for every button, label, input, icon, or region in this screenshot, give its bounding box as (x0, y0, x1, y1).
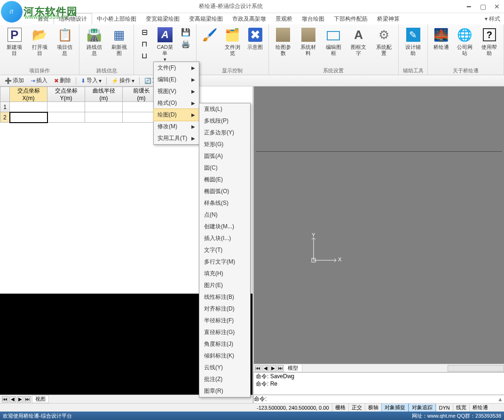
draw-params-button[interactable]: 绘图参数 (271, 25, 296, 67)
submenu-item[interactable]: 创建块(M...) (199, 221, 250, 233)
style-dropdown[interactable]: ▾ 样式 (485, 15, 500, 23)
stat-ortho[interactable]: 正交 (348, 404, 365, 412)
submenu-item[interactable]: 批注(Z) (199, 373, 250, 385)
schematic-button[interactable]: ✖示意图 (244, 25, 267, 67)
submenu-item[interactable]: 矩形(G) (199, 139, 250, 150)
submenu-item[interactable]: 角度标注(J) (199, 338, 250, 350)
edit-frame-button[interactable]: 编辑图框 (321, 25, 346, 67)
submenu-item[interactable]: 图章(R) (199, 385, 250, 397)
submenu-item[interactable]: 文字(T) (199, 244, 250, 256)
scroll-up-icon[interactable]: ▲ (496, 396, 504, 403)
submenu-item[interactable]: 图片(E) (199, 280, 250, 291)
design-aid-button[interactable]: ✎设计辅助 (401, 25, 425, 67)
add-button[interactable]: ➕添加 (2, 76, 27, 86)
submenu-item[interactable]: 线性标注(B) (199, 291, 250, 303)
view-tab[interactable]: 视图 (32, 395, 49, 403)
stat-grid[interactable]: 栅格 (332, 404, 348, 412)
app-home-button[interactable]: 🌉桥绘通 (430, 25, 452, 67)
frame-text-button[interactable]: A图框文字 (346, 25, 371, 67)
project-info-button[interactable]: 📋项目信息 (52, 25, 77, 67)
submenu-item[interactable]: 点(N) (199, 209, 250, 221)
menu-tools[interactable]: 实用工具(T)▶ (154, 132, 199, 144)
print-button[interactable]: 🖨️ (178, 38, 193, 49)
operate-button[interactable]: ⚡操作 ▾ (109, 76, 137, 86)
minimize-button[interactable]: ━ (462, 2, 476, 11)
submenu-item[interactable]: 填充(H) (199, 268, 250, 280)
delete-button[interactable]: ✖删除 (51, 76, 74, 86)
table-row[interactable]: 1 (0, 102, 160, 112)
last-icon[interactable]: ⏭ (24, 396, 31, 403)
submenu-item[interactable]: 圆(C) (199, 162, 250, 174)
insert-button[interactable]: ⇥插入 (28, 76, 50, 86)
model-tab[interactable]: 模型 (284, 365, 302, 372)
new-project-button[interactable]: P新建项目 (2, 25, 27, 67)
submenu-item[interactable]: 倾斜标注(K) (199, 350, 250, 362)
tab-pier[interactable]: 墩台绘图 (297, 14, 329, 24)
stat-otrack[interactable]: 对象追踪 (409, 403, 436, 412)
last-icon[interactable]: ⏭ (277, 365, 284, 372)
menu-draw[interactable]: 绘图(D)▶ (153, 109, 199, 121)
tab-scenic[interactable]: 景观桥 (271, 14, 297, 24)
next-icon[interactable]: ▶ (17, 396, 24, 403)
file-browse-button[interactable]: 🗂️文件浏览 (221, 25, 244, 67)
tab-varheight[interactable]: 变高箱梁绘图 (184, 14, 228, 24)
open-project-button[interactable]: 📂打开项目 (27, 25, 52, 67)
submenu-item[interactable]: 多线段(P) (199, 115, 250, 127)
company-site-button[interactable]: 🌐公司网站 (452, 25, 477, 67)
first-icon[interactable]: ⏮ (2, 396, 8, 403)
first-icon[interactable]: ⏮ (255, 365, 261, 372)
tab-home[interactable]: 首页 (33, 14, 54, 24)
brush-button[interactable]: 🖌️ (198, 25, 221, 67)
maximize-button[interactable]: ▢ (476, 2, 490, 11)
stat-app[interactable]: 桥绘通 (469, 404, 491, 412)
tab-rebar[interactable]: 下部构件配筋 (329, 14, 372, 24)
dim-icon-1[interactable]: ⊟ (137, 26, 152, 38)
sys-material-button[interactable]: 系统材料 (296, 25, 321, 67)
submenu-item[interactable]: 正多边形(Y) (199, 127, 250, 139)
tab-municipal[interactable]: 市政及高架墩 (228, 14, 271, 24)
submenu-item[interactable]: 圆弧(A) (199, 150, 250, 162)
hscrollbar[interactable] (448, 365, 504, 372)
next-icon[interactable]: ▶ (270, 365, 276, 372)
dim-icon-2[interactable]: ⊓ (137, 38, 152, 49)
prev-icon[interactable]: ◀ (262, 365, 269, 372)
submenu-item[interactable]: 直线(L) (199, 103, 250, 115)
tab-calc[interactable]: 桥梁神算 (372, 14, 404, 24)
menu-file[interactable]: 文件(F)▶ (154, 62, 199, 74)
submenu-item[interactable]: 椭圆弧(O) (199, 186, 250, 197)
stat-lwt[interactable]: 线宽 (453, 404, 469, 412)
submenu-item[interactable]: 直径标注(G) (199, 327, 250, 338)
tab-varwidth[interactable]: 变宽箱梁绘图 (141, 14, 184, 24)
submenu-item[interactable]: 插入块(I...) (199, 233, 250, 244)
route-info-button[interactable]: 🛣️路线信息 (81, 25, 106, 67)
tab-upper[interactable]: 中小桥上部绘图 (92, 14, 141, 24)
submenu-item[interactable]: 样条线(S) (199, 197, 250, 209)
tab-structure[interactable]: 结构物设计 (54, 13, 92, 24)
menu-view[interactable]: 视图(V)▶ (154, 86, 199, 97)
cad-viewport[interactable]: Y X (254, 86, 504, 364)
submenu-item[interactable]: 椭圆(E) (199, 174, 250, 186)
refresh-view-button[interactable]: ▦刷新视图 (107, 25, 132, 67)
save-button[interactable]: 💾 (178, 26, 193, 38)
submenu-item[interactable]: 多行文字(M) (199, 256, 250, 268)
submenu-item[interactable]: 云线(Y) (199, 362, 250, 373)
menu-format[interactable]: 格式(O)▶ (154, 97, 199, 109)
col-header[interactable]: 交点坐标 Y(m) (47, 87, 85, 102)
submenu-item[interactable]: 对齐标注(D) (199, 303, 250, 315)
menu-edit[interactable]: 编辑(E)▶ (154, 74, 199, 86)
import-button[interactable]: ⬇导入 ▾ (78, 76, 104, 86)
submenu-item[interactable]: 半径标注(F) (199, 315, 250, 327)
command-input[interactable] (267, 396, 496, 403)
table-row[interactable]: 2 (0, 112, 160, 123)
col-header[interactable]: 曲线半径 (m) (85, 87, 123, 102)
prev-icon[interactable]: ◀ (9, 396, 16, 403)
use-help-button[interactable]: ?使用帮助 (477, 25, 502, 67)
stat-dyn[interactable]: DYN (436, 404, 453, 411)
menu-modify[interactable]: 修改(M)▶ (154, 121, 199, 132)
col-header[interactable]: 交点坐标 X(m) (10, 87, 47, 102)
stat-polar[interactable]: 极轴 (365, 404, 381, 412)
close-button[interactable]: ✕ (490, 2, 504, 11)
sys-config-button[interactable]: ⚙系统配置 (371, 25, 396, 67)
stat-osnap[interactable]: 对象捕捉 (381, 403, 409, 412)
dim-icon-3[interactable]: ⊔ (137, 50, 152, 61)
